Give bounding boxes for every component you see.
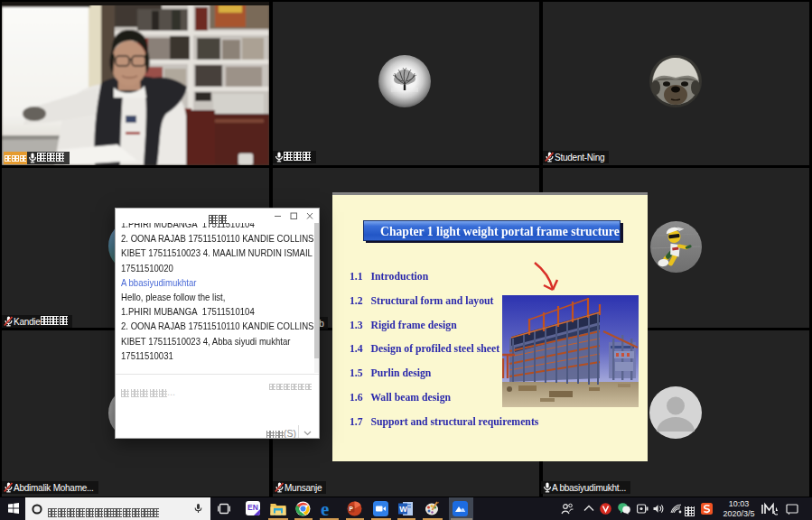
svg-text:P: P	[350, 506, 354, 512]
svg-text:W: W	[399, 505, 407, 514]
